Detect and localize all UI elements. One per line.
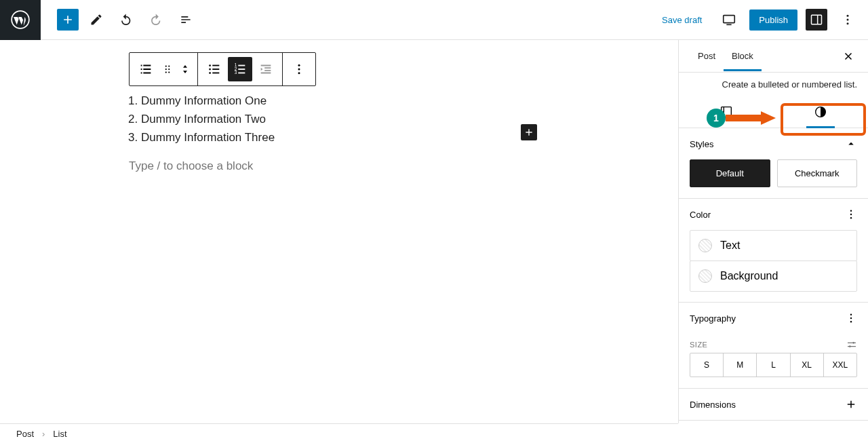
color-section-header[interactable]: Color: [679, 199, 868, 230]
unordered-list-button[interactable]: [202, 57, 226, 81]
settings-sidebar: Post Block Create a bulleted or numbered…: [678, 40, 868, 423]
more-options-button[interactable]: [287, 57, 311, 81]
wordpress-logo[interactable]: [0, 0, 41, 40]
svg-point-18: [298, 64, 300, 66]
size-m-button[interactable]: M: [724, 353, 757, 377]
chevron-right-icon: ›: [42, 429, 45, 439]
list-block[interactable]: Dummy Information One Dummy Information …: [127, 92, 678, 147]
svg-point-3: [847, 15, 849, 17]
save-draft-button[interactable]: Save draft: [655, 11, 709, 29]
settings-subtab[interactable]: [679, 96, 774, 128]
svg-point-8: [165, 69, 167, 70]
size-label: SIZE: [690, 341, 707, 349]
size-buttons: S M L XL XXL: [690, 353, 857, 377]
svg-point-26: [850, 314, 852, 315]
svg-point-27: [850, 317, 852, 319]
svg-point-7: [168, 65, 170, 66]
breadcrumb-list[interactable]: List: [53, 429, 66, 439]
svg-point-29: [852, 342, 854, 344]
styles-section-header[interactable]: Styles: [679, 128, 868, 159]
svg-point-11: [168, 71, 170, 73]
tab-post[interactable]: Post: [690, 41, 724, 71]
options-icon[interactable]: [845, 208, 857, 220]
svg-rect-1: [724, 16, 735, 23]
header-right-tools: Save draft Publish: [655, 7, 868, 32]
styles-section: Styles Default Checkmark: [679, 128, 868, 199]
size-s-button[interactable]: S: [690, 353, 724, 377]
options-icon[interactable]: [845, 312, 857, 324]
redo-button[interactable]: [144, 7, 168, 32]
svg-point-25: [850, 217, 852, 218]
block-inspector-tabs: [679, 96, 868, 128]
ordered-list-button[interactable]: 123: [228, 57, 252, 81]
color-swatch-icon: [698, 269, 712, 283]
chevron-up-icon: [845, 138, 857, 150]
preview-button[interactable]: [717, 7, 741, 32]
drag-handle-icon[interactable]: [159, 57, 176, 81]
color-background-row[interactable]: Background: [690, 261, 857, 292]
color-swatch-icon: [698, 239, 712, 252]
close-sidebar-button[interactable]: [840, 47, 857, 65]
dimensions-section-header[interactable]: Dimensions: [679, 389, 868, 420]
styles-subtab[interactable]: [774, 96, 869, 128]
plus-icon: [845, 398, 857, 410]
block-description: Create a bulleted or numbered list.: [679, 73, 868, 96]
svg-point-30: [849, 345, 851, 347]
svg-point-5: [847, 22, 849, 24]
sliders-icon[interactable]: [846, 339, 857, 350]
style-checkmark-button[interactable]: Checkmark: [777, 159, 858, 187]
main-area: 123 Dummy Information One Dummy Informat…: [0, 40, 868, 423]
editor-canvas[interactable]: 123 Dummy Information One Dummy Informat…: [0, 40, 678, 423]
svg-point-23: [850, 210, 852, 212]
svg-point-9: [168, 69, 170, 70]
list-item[interactable]: Dummy Information Three: [141, 128, 678, 147]
add-block-button[interactable]: [57, 9, 79, 31]
svg-point-28: [850, 321, 852, 322]
block-toolbar: 123: [129, 52, 316, 86]
svg-point-6: [165, 65, 167, 66]
typography-section-header[interactable]: Typography: [679, 303, 868, 334]
size-xxl-button[interactable]: XXL: [824, 353, 856, 377]
color-text-row[interactable]: Text: [690, 230, 857, 261]
svg-text:3: 3: [235, 70, 237, 75]
typography-section: Typography SIZE S M L XL XXL: [679, 303, 868, 389]
tab-block[interactable]: Block: [724, 41, 762, 71]
svg-point-10: [165, 71, 167, 73]
svg-rect-2: [812, 15, 822, 24]
undo-button[interactable]: [114, 7, 138, 32]
settings-sidebar-toggle[interactable]: [806, 9, 827, 31]
outdent-button[interactable]: [254, 57, 278, 81]
svg-point-4: [847, 19, 849, 21]
list-item[interactable]: Dummy Information Two: [141, 110, 678, 128]
svg-point-20: [298, 72, 300, 74]
document-overview-button[interactable]: [174, 7, 198, 32]
svg-point-19: [298, 69, 300, 71]
edit-mode-button[interactable]: [84, 7, 108, 32]
dimensions-section: Dimensions: [679, 389, 868, 421]
block-type-icon[interactable]: [134, 57, 158, 81]
list-item[interactable]: Dummy Information One: [141, 92, 678, 110]
svg-point-13: [209, 69, 211, 71]
inline-add-block-button[interactable]: [521, 124, 537, 140]
svg-point-24: [850, 214, 852, 215]
svg-point-12: [209, 64, 211, 66]
size-l-button[interactable]: L: [757, 353, 790, 377]
block-breadcrumb: Post › List: [0, 423, 678, 443]
breadcrumb-post[interactable]: Post: [16, 429, 34, 439]
publish-button[interactable]: Publish: [749, 9, 797, 31]
color-section: Color Text Background: [679, 199, 868, 303]
size-xl-button[interactable]: XL: [791, 353, 824, 377]
move-up-down-icon[interactable]: [177, 57, 193, 81]
svg-point-14: [209, 72, 211, 74]
options-menu-button[interactable]: [835, 7, 860, 32]
block-appender[interactable]: Type / to choose a block: [129, 159, 678, 173]
editor-header: Save draft Publish: [0, 0, 868, 40]
sidebar-tabs: Post Block: [679, 40, 868, 73]
style-default-button[interactable]: Default: [690, 159, 770, 187]
header-left-tools: [41, 7, 198, 32]
